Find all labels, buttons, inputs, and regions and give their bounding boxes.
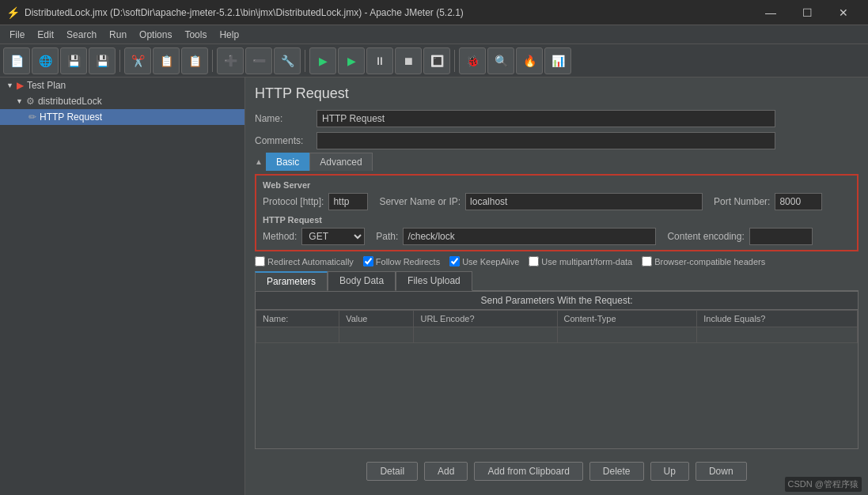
use-keepalive-checkbox[interactable] [449,256,460,266]
browser-compat-text: Browser-compatible headers [654,257,765,266]
method-select[interactable]: GET POST PUT DELETE PATCH HEAD OPTIONS [301,228,365,245]
multipart-text: Use multipart/form-data [541,257,632,266]
run-remote-button[interactable]: ▶ [338,47,365,74]
search-button[interactable]: 🔍 [487,47,514,74]
delete-button[interactable]: Delete [589,462,644,481]
multipart-label[interactable]: Use multipart/form-data [529,256,632,266]
close-button[interactable]: ✕ [825,0,862,25]
browser-compat-label[interactable]: Browser-compatible headers [642,256,765,266]
web-server-subsection: Web Server Protocol [http]: Server Name … [263,180,851,210]
follow-redirects-checkbox[interactable] [363,256,373,266]
maximize-button[interactable]: ☐ [789,0,825,25]
redirect-auto-checkbox[interactable] [255,256,265,266]
bottom-buttons: Detail Add Add from Clipboard Delete Up … [255,455,859,484]
save-button[interactable]: 💾 [60,47,87,74]
sub-tab-parameters[interactable]: Parameters [255,271,328,291]
up-button[interactable]: Up [650,462,689,481]
path-label: Path: [376,231,398,242]
run-button[interactable]: ▶ [309,47,336,74]
menu-edit[interactable]: Edit [31,28,60,42]
tab-basic[interactable]: Basic [266,153,309,171]
params-content: Send Parameters With the Request: Name: … [255,291,859,449]
shutdown-button[interactable]: 🔳 [423,47,450,74]
menu-help[interactable]: Help [213,28,245,42]
save-as-button[interactable]: 💾 [89,47,116,74]
http-request-row: Method: GET POST PUT DELETE PATCH HEAD O… [263,228,851,245]
collapse-arrow[interactable]: ▲ [255,157,263,166]
titlebar-controls: — ☐ ✕ [752,0,862,25]
name-input[interactable] [316,110,775,127]
add-from-clipboard-button[interactable]: Add from Clipboard [474,462,582,481]
menu-file[interactable]: File [3,28,31,42]
tab-bar: Basic Advanced [266,153,373,171]
expand-icon-2: ▼ [16,97,23,105]
toolbar-sep-2 [212,50,213,72]
col-include-equals: Include Equals? [697,311,858,327]
page-title: HTTP Request [255,85,859,102]
port-label: Port Number: [714,196,770,207]
menu-tools[interactable]: Tools [178,28,213,42]
encoding-label: Content encoding: [667,231,744,242]
tab-advanced[interactable]: Advanced [309,153,372,171]
http-request-sublabel: HTTP Request [263,215,851,225]
clear-button[interactable]: 🔥 [516,47,543,74]
web-server-label: Web Server [263,180,851,190]
path-input[interactable] [403,228,656,245]
protocol-input[interactable] [328,193,368,210]
toolbar-sep-3 [305,50,305,72]
col-name: Name: [256,311,339,327]
comments-row: Comments: [255,132,859,149]
sidebar-item-distributed-lock[interactable]: ▼ ⚙ distributedLock [0,93,244,109]
sub-tab-bar: Parameters Body Data Files Upload [255,271,859,291]
menu-run[interactable]: Run [103,28,133,42]
web-server-row: Protocol [http]: Server Name or IP: Port… [263,193,851,210]
encoding-input[interactable] [749,228,813,245]
stop-button[interactable]: ⏹ [395,47,422,74]
content-inner: HTTP Request Name: Comments: ▲ Basic Adv… [255,85,859,487]
tab-header-row: ▲ Basic Advanced [255,153,859,171]
menu-search[interactable]: Search [60,28,103,42]
minimize-button[interactable]: — [752,0,789,25]
open-button[interactable]: 🌐 [32,47,59,74]
browser-compat-checkbox[interactable] [642,256,652,266]
use-keepalive-label[interactable]: Use KeepAlive [449,256,519,266]
comments-input[interactable] [316,132,775,149]
new-button[interactable]: 📄 [3,47,30,74]
col-urlencode: URL Encode? [414,311,557,327]
menu-options[interactable]: Options [133,28,178,42]
app-icon: ⚡ [6,6,20,19]
name-label: Name: [255,113,310,124]
toolbar-sep-4 [454,50,455,72]
use-keepalive-text: Use KeepAlive [462,257,519,266]
sidebar-item-http-request[interactable]: ✏ HTTP Request [0,109,244,125]
expand-icon: ▼ [6,81,13,89]
sub-tab-body-data[interactable]: Body Data [328,271,396,291]
detail-button[interactable]: Detail [366,462,418,481]
add-button[interactable]: ➕ [217,47,244,74]
multipart-checkbox[interactable] [529,256,539,266]
report-button[interactable]: 📊 [544,47,571,74]
col-content-type: Content-Type [557,311,697,327]
remove-button[interactable]: ➖ [245,47,272,74]
follow-redirects-label[interactable]: Follow Redirects [363,256,440,266]
debug-button[interactable]: 🐞 [459,47,486,74]
col-value: Value [339,311,414,327]
cut-button[interactable]: ✂️ [124,47,151,74]
main-layout: ▼ ▶ Test Plan ▼ ⚙ distributedLock ✏ HTTP… [0,77,868,495]
add-param-button[interactable]: Add [424,462,468,481]
name-row: Name: [255,110,859,127]
down-button[interactable]: Down [696,462,747,481]
sidebar-item-test-plan[interactable]: ▼ ▶ Test Plan [0,77,244,93]
settings-button[interactable]: 🔧 [274,47,301,74]
sub-tab-files-upload[interactable]: Files Upload [396,271,472,291]
titlebar-title: DistributedLock.jmx (D:\softDir\apache-j… [25,7,464,18]
server-label: Server Name or IP: [379,196,461,207]
gear-icon: ⚙ [26,96,35,107]
port-input[interactable] [775,193,822,210]
pause-button[interactable]: ⏸ [366,47,393,74]
copy-button[interactable]: 📋 [153,47,180,74]
paste-button[interactable]: 📋 [181,47,208,74]
server-input[interactable] [465,193,703,210]
sidebar-item-label-3: HTTP Request [40,111,102,123]
redirect-auto-label[interactable]: Redirect Automatically [255,256,354,266]
